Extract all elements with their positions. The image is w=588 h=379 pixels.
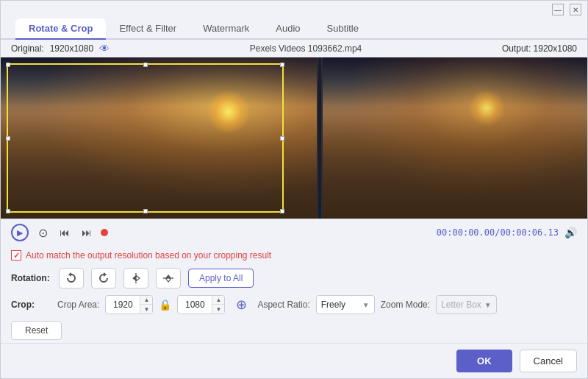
- info-left: Original: 1920x1080 👁: [11, 43, 110, 54]
- volume-icon[interactable]: 🔊: [564, 227, 577, 238]
- aspect-ratio-arrow: ▼: [362, 301, 370, 309]
- svg-marker-1: [132, 275, 136, 281]
- svg-marker-2: [136, 275, 140, 281]
- play-button[interactable]: ▶: [11, 224, 29, 241]
- height-up-button[interactable]: ▲: [212, 295, 224, 305]
- preview-area: [1, 57, 587, 219]
- zoom-mode-dropdown[interactable]: Letter Box ▼: [436, 295, 497, 314]
- tab-subtitle[interactable]: Subtitle: [314, 18, 372, 40]
- record-indicator: [101, 229, 108, 236]
- crosshair-button[interactable]: ⊕: [231, 294, 251, 315]
- skip-back-button[interactable]: ⏮: [57, 224, 73, 241]
- controls-section: Rotation:: [1, 265, 587, 343]
- crop-row: Crop: Crop Area: ▲ ▼ 🔒 ▲ ▼ ⊕ Aspec: [11, 294, 577, 315]
- height-spinners: ▲ ▼: [212, 295, 224, 314]
- video-info-bar: Original: 1920x1080 👁 Pexels Videos 1093…: [1, 40, 587, 57]
- eye-icon[interactable]: 👁: [99, 43, 110, 54]
- main-window: — ✕ Rotate & Crop Effect & Filter Waterm…: [0, 0, 588, 379]
- preview-divider: [318, 57, 321, 219]
- width-down-button[interactable]: ▼: [140, 305, 152, 314]
- cancel-button[interactable]: Cancel: [520, 350, 577, 372]
- current-time: 00:00:00.00: [437, 227, 495, 238]
- preview-right: [323, 57, 587, 219]
- ok-button[interactable]: OK: [456, 350, 512, 372]
- rotation-row: Rotation:: [11, 268, 577, 288]
- video-bg-left: [1, 57, 317, 219]
- original-res: 1920x1080: [50, 43, 93, 54]
- apply-to-all-button[interactable]: Apply to All: [188, 269, 254, 288]
- tab-audio[interactable]: Audio: [262, 18, 313, 40]
- flip-v-button[interactable]: [156, 268, 181, 288]
- output-res: 1920x1080: [534, 43, 577, 54]
- flip-h-button[interactable]: [123, 268, 148, 288]
- tab-effect-filter[interactable]: Effect & Filter: [106, 18, 190, 40]
- aspect-ratio-dropdown[interactable]: Freely ▼: [316, 295, 375, 314]
- output-label: Output:: [502, 43, 531, 54]
- total-time: 00:00:06.13: [501, 227, 559, 238]
- video-bg-right: [323, 57, 587, 219]
- auto-match-label: Auto match the output resolution based o…: [26, 250, 271, 261]
- height-input-group: ▲ ▼: [177, 295, 225, 314]
- width-spinners: ▲ ▼: [140, 295, 152, 314]
- auto-match-checkbox[interactable]: [11, 250, 21, 261]
- rotate-cw-button[interactable]: [91, 268, 116, 288]
- rotation-label: Rotation:: [11, 273, 51, 283]
- rotate-ccw-button[interactable]: [59, 268, 84, 288]
- reset-button[interactable]: Reset: [11, 321, 62, 340]
- title-bar: — ✕: [1, 1, 587, 18]
- original-label: Original:: [11, 43, 44, 54]
- tab-rotate-crop[interactable]: Rotate & Crop: [15, 18, 106, 40]
- height-input[interactable]: [178, 300, 212, 310]
- minimize-button[interactable]: —: [552, 4, 564, 15]
- bottom-bar: OK Cancel: [1, 343, 587, 378]
- loop-button[interactable]: ⊙: [35, 224, 51, 241]
- zoom-mode-value: Letter Box: [441, 300, 481, 310]
- width-input[interactable]: [106, 300, 140, 310]
- width-input-group: ▲ ▼: [105, 295, 153, 314]
- svg-marker-4: [165, 274, 171, 278]
- crop-area-label: Crop Area:: [57, 300, 99, 310]
- crop-label: Crop:: [11, 300, 51, 310]
- info-right: Output: 1920x1080: [502, 43, 577, 54]
- zoom-mode-label: Zoom Mode:: [381, 300, 430, 310]
- svg-marker-5: [165, 278, 171, 282]
- auto-match-row: Auto match the output resolution based o…: [1, 246, 587, 265]
- skip-forward-button[interactable]: ⏭: [79, 224, 95, 241]
- playback-bar: ▶ ⊙ ⏮ ⏭ 00:00:00.00/00:00:06.13 🔊: [1, 219, 587, 246]
- aspect-ratio-label: Aspect Ratio:: [257, 300, 309, 310]
- tabs-bar: Rotate & Crop Effect & Filter Watermark …: [1, 18, 587, 40]
- tab-watermark[interactable]: Watermark: [190, 18, 262, 40]
- close-button[interactable]: ✕: [570, 4, 581, 15]
- height-down-button[interactable]: ▼: [212, 305, 224, 314]
- preview-left: [1, 57, 317, 219]
- zoom-mode-arrow: ▼: [484, 301, 492, 309]
- time-display: 00:00:00.00/00:00:06.13: [437, 227, 559, 238]
- width-up-button[interactable]: ▲: [140, 295, 152, 305]
- lock-icon: 🔒: [159, 299, 171, 311]
- aspect-ratio-value: Freely: [321, 300, 345, 310]
- filename: Pexels Videos 1093662.mp4: [250, 43, 362, 54]
